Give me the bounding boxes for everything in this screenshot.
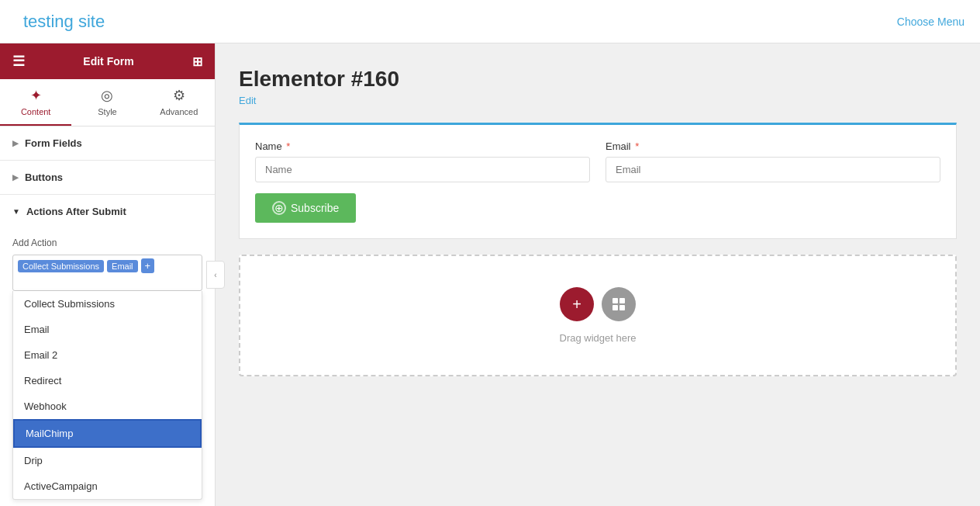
section-buttons: ▶ Buttons — [0, 161, 215, 195]
dropdown-item-redirect[interactable]: Redirect — [13, 368, 202, 393]
tab-content[interactable]: ✦ Content — [0, 79, 71, 126]
svg-rect-3 — [619, 305, 625, 310]
add-action-label: Add Action — [12, 237, 202, 248]
dropdown-item-collect-submissions[interactable]: Collect Submissions — [13, 291, 202, 317]
email-field: Email * — [606, 140, 940, 182]
sidebar: ☰ Edit Form ⊞ ✦ Content ◎ Style ⚙ Advanc… — [0, 43, 216, 506]
sidebar-wrapper: ☰ Edit Form ⊞ ✦ Content ◎ Style ⚙ Advanc… — [0, 43, 216, 506]
action-dropdown: Collect Submissions Email Email 2 Redire… — [12, 291, 202, 500]
drop-zone-label: Drag widget here — [560, 332, 637, 344]
email-required: * — [633, 140, 640, 152]
section-form-fields: ▶ Form Fields — [0, 126, 215, 161]
advanced-tab-label: Advanced — [160, 107, 198, 116]
section-form-fields-header[interactable]: ▶ Form Fields — [0, 126, 215, 160]
content-tab-label: Content — [21, 107, 51, 116]
subscribe-label: Subscribe — [291, 202, 339, 214]
main-layout: ☰ Edit Form ⊞ ✦ Content ◎ Style ⚙ Advanc… — [0, 43, 980, 506]
content-tab-icon: ✦ — [30, 87, 42, 104]
style-tab-icon: ◎ — [101, 87, 113, 104]
choose-menu-link[interactable]: Choose Menu — [897, 16, 964, 28]
dropdown-item-activecampaign[interactable]: ActiveCampaign — [13, 473, 202, 499]
actions-section-body: Add Action Collect Submissions Email + C… — [0, 228, 215, 506]
section-buttons-header[interactable]: ▶ Buttons — [0, 161, 215, 194]
action-tags-input[interactable]: Collect Submissions Email + — [12, 255, 202, 291]
svg-rect-1 — [619, 298, 625, 303]
chevron-right-icon-2: ▶ — [12, 173, 19, 182]
section-form-fields-label: Form Fields — [25, 137, 82, 149]
tag-collect-submissions[interactable]: Collect Submissions — [18, 260, 104, 272]
drop-zone: + Drag widget here — [239, 255, 957, 376]
tag-plus-button[interactable]: + — [141, 258, 155, 273]
advanced-tab-icon: ⚙ — [173, 87, 185, 104]
svg-rect-0 — [612, 298, 618, 303]
page-title-area: Elementor #160 Edit — [239, 67, 957, 107]
dropdown-item-email-2[interactable]: Email 2 — [13, 342, 202, 368]
add-widget-button[interactable]: + — [560, 287, 594, 321]
drop-zone-icons: + — [560, 287, 636, 321]
chevron-down-icon: ▼ — [12, 207, 20, 216]
section-actions-label: Actions After Submit — [26, 206, 126, 217]
section-actions-header[interactable]: ▼ Actions After Submit — [0, 195, 215, 228]
email-input[interactable] — [606, 157, 940, 182]
subscribe-icon: ⊕ — [272, 201, 286, 215]
sidebar-header: ☰ Edit Form ⊞ — [0, 43, 215, 79]
name-input[interactable] — [255, 157, 590, 182]
section-actions-after-submit: ▼ Actions After Submit Add Action Collec… — [0, 195, 215, 506]
action-tags-text-input[interactable] — [18, 276, 64, 287]
sidebar-tabs: ✦ Content ◎ Style ⚙ Advanced — [0, 79, 215, 126]
hamburger-icon[interactable]: ☰ — [12, 53, 25, 70]
top-header: testing site Choose Menu — [0, 0, 980, 43]
sidebar-content: ▶ Form Fields ▶ Buttons ▼ Actions After — [0, 126, 215, 506]
grid-icon[interactable]: ⊞ — [192, 54, 202, 69]
dropdown-item-drip[interactable]: Drip — [13, 448, 202, 473]
form-widget: Name * Email * ⊕ Subscribe — [239, 123, 957, 239]
tab-style[interactable]: ◎ Style — [71, 79, 143, 126]
sidebar-collapse-button[interactable]: ‹ — [206, 261, 225, 289]
email-label: Email * — [606, 140, 940, 152]
sidebar-title: Edit Form — [25, 55, 192, 68]
site-title: testing site — [16, 12, 897, 32]
widget-library-button[interactable] — [602, 287, 636, 321]
section-buttons-label: Buttons — [25, 172, 63, 183]
style-tab-label: Style — [98, 107, 116, 116]
subscribe-button[interactable]: ⊕ Subscribe — [255, 193, 356, 223]
svg-rect-2 — [612, 305, 618, 310]
chevron-right-icon: ▶ — [12, 139, 19, 147]
form-row: Name * Email * — [255, 140, 940, 182]
tab-advanced[interactable]: ⚙ Advanced — [143, 79, 215, 126]
page-title: Elementor #160 — [239, 67, 957, 92]
tag-email[interactable]: Email — [107, 260, 138, 272]
name-field: Name * — [255, 140, 590, 182]
name-required: * — [284, 140, 291, 152]
main-content: Elementor #160 Edit Name * Email * — [216, 43, 980, 506]
edit-link[interactable]: Edit — [239, 95, 256, 106]
name-label: Name * — [255, 140, 590, 152]
dropdown-item-webhook[interactable]: Webhook — [13, 393, 202, 419]
dropdown-item-mailchimp[interactable]: MailChimp — [13, 419, 202, 448]
dropdown-item-email[interactable]: Email — [13, 317, 202, 342]
